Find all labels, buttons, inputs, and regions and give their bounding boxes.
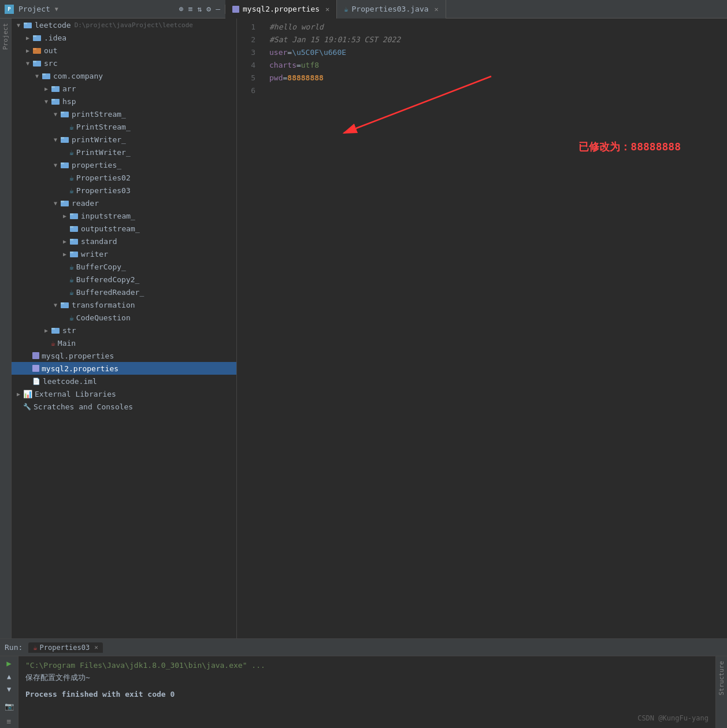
folder-icon-leetcode bbox=[23, 20, 32, 29]
run-tab-icon: ☕ bbox=[33, 644, 37, 652]
tree-label-printwriter-folder: printWriter_ bbox=[72, 135, 126, 144]
tree-item-main-java[interactable]: ▶ ☕ Main bbox=[12, 337, 236, 349]
run-label: Run: bbox=[5, 643, 23, 652]
tree-label-properties-folder: properties_ bbox=[72, 161, 121, 169]
run-sidebar: ▶ ▲ ▼ 📷 ≡ bbox=[0, 656, 18, 728]
tree-label-bufferedcopy2: BufferedCopy2_ bbox=[76, 275, 140, 284]
tree-item-buffercopy[interactable]: ▶ ☕ BufferCopy_ bbox=[12, 260, 236, 273]
tree-arrow-transformation: ▼ bbox=[51, 302, 60, 308]
java-icon-properties03: ☕ bbox=[69, 186, 74, 195]
tree-item-scratches[interactable]: ▶ 🔧 Scratches and Consoles bbox=[12, 400, 236, 413]
svg-rect-1 bbox=[24, 23, 27, 24]
tree-item-leetcode-iml[interactable]: ▶ 📄 leetcode.iml bbox=[12, 375, 236, 387]
tree-label-properties02: Properties02 bbox=[76, 173, 131, 182]
tree-label-outputstream-folder: outputstream_ bbox=[81, 224, 140, 233]
svg-rect-7 bbox=[33, 61, 36, 62]
tree-item-printstream-folder[interactable]: ▼ printStream_ bbox=[12, 108, 236, 120]
tree-item-str-folder[interactable]: ▶ str bbox=[12, 324, 236, 337]
run-play-button[interactable]: ▶ bbox=[3, 659, 15, 668]
tree-label-standard-folder: standard bbox=[81, 237, 117, 246]
tree-item-reader-folder[interactable]: ▼ reader bbox=[12, 197, 236, 209]
tree-item-outputstream-folder[interactable]: ▶ outputstream_ bbox=[12, 222, 236, 235]
tree-item-properties03[interactable]: ▶ ☕ Properties03 bbox=[12, 184, 236, 197]
tree-item-printstream-java[interactable]: ▶ ☕ PrintStream_ bbox=[12, 120, 236, 133]
tree-item-transformation-folder[interactable]: ▼ transformation bbox=[12, 298, 236, 311]
tab-mysql2-properties[interactable]: mysql2.properties ✕ bbox=[225, 0, 337, 20]
java-icon-buffercopy: ☕ bbox=[69, 263, 74, 271]
folder-icon-out bbox=[32, 46, 42, 55]
java-icon-bufferedreader: ☕ bbox=[69, 288, 74, 297]
tree-arrow-leetcode: ▼ bbox=[14, 22, 23, 28]
tree-arrow-arr: ▶ bbox=[42, 86, 51, 92]
tab-properties03-java[interactable]: ☕ Properties03.java ✕ bbox=[337, 0, 446, 20]
run-panel: Run: ☕ Properties03 ✕ ▶ ▲ ▼ 📷 ≡ "C:\Prog… bbox=[0, 638, 727, 728]
tree-item-printwriter-java[interactable]: ▶ ☕ PrintWriter_ bbox=[12, 146, 236, 158]
tree-item-printwriter-folder[interactable]: ▼ printWriter_ bbox=[12, 133, 236, 146]
tree-item-standard-folder[interactable]: ▶ standard bbox=[12, 235, 236, 247]
tab-properties03-close[interactable]: ✕ bbox=[435, 5, 439, 13]
tree-item-arr[interactable]: ▶ arr bbox=[12, 82, 236, 95]
tree-arrow-printwriter: ▼ bbox=[51, 136, 60, 143]
svg-rect-31 bbox=[61, 302, 64, 304]
tree-item-hsp[interactable]: ▼ hsp bbox=[12, 95, 236, 108]
project-label: Project bbox=[18, 5, 50, 13]
java-icon-main: ☕ bbox=[51, 339, 55, 348]
project-dropdown-icon[interactable]: ▼ bbox=[55, 6, 58, 12]
svg-rect-9 bbox=[42, 73, 46, 75]
tree-label-buffercopy: BufferCopy_ bbox=[76, 263, 126, 271]
run-content: ▶ ▲ ▼ 📷 ≡ "C:\Program Files\Java\jdk1.8.… bbox=[0, 656, 727, 728]
annotation-text: 已修改为：88888888 bbox=[578, 140, 681, 154]
toolbar-globe-icon[interactable]: ⊕ bbox=[179, 5, 184, 13]
tree-item-properties-folder[interactable]: ▼ properties_ bbox=[12, 158, 236, 171]
tree-item-bufferedreader[interactable]: ▶ ☕ BufferedReader_ bbox=[12, 286, 236, 298]
toolbar-minimize-icon[interactable]: — bbox=[216, 5, 220, 13]
folder-icon-properties bbox=[60, 160, 69, 169]
tree-item-properties02[interactable]: ▶ ☕ Properties02 bbox=[12, 171, 236, 184]
project-vertical-label[interactable]: Project bbox=[2, 23, 9, 50]
tree-item-codequestion[interactable]: ▶ ☕ CodeQuestion bbox=[12, 311, 236, 324]
run-camera-button[interactable]: 📷 bbox=[3, 701, 15, 711]
project-tree-sidebar[interactable]: ▼ leetcode D:\project\javaProject\leetco… bbox=[12, 19, 237, 638]
tree-item-writer-folder[interactable]: ▶ writer bbox=[12, 247, 236, 260]
tree-label-printstream-java: PrintStream_ bbox=[76, 123, 131, 131]
tree-label-inputstream-folder: inputstream_ bbox=[81, 212, 135, 220]
svg-rect-21 bbox=[61, 201, 64, 202]
tree-item-leetcode[interactable]: ▼ leetcode D:\project\javaProject\leetco… bbox=[12, 19, 236, 31]
tree-item-src[interactable]: ▼ src bbox=[12, 57, 236, 69]
toolbar-sort-icon[interactable]: ⇅ bbox=[198, 5, 202, 13]
tree-item-bufferedcopy2[interactable]: ▶ ☕ BufferedCopy2_ bbox=[12, 273, 236, 286]
tree-item-mysql-properties[interactable]: ▶ mysql.properties bbox=[12, 349, 236, 362]
tree-item-inputstream-folder[interactable]: ▶ inputstream_ bbox=[12, 209, 236, 222]
folder-icon-inputstream bbox=[69, 211, 79, 220]
main-content: Project ▼ leetcode D:\project\javaProjec… bbox=[0, 19, 727, 638]
run-output-line-1: "C:\Program Files\Java\jdk1.8.0_301\bin\… bbox=[25, 660, 709, 672]
run-up-button[interactable]: ▲ bbox=[3, 672, 15, 682]
run-tab-properties03[interactable]: ☕ Properties03 ✕ bbox=[28, 642, 103, 653]
run-list-button[interactable]: ≡ bbox=[3, 716, 15, 726]
tree-label-properties03: Properties03 bbox=[76, 186, 131, 195]
tree-arrow-out: ▶ bbox=[23, 47, 32, 54]
tree-label-src: src bbox=[44, 59, 57, 68]
tree-item-com-company[interactable]: ▼ com.company bbox=[12, 69, 236, 82]
run-down-button[interactable]: ▼ bbox=[3, 685, 15, 694]
folder-icon-hsp bbox=[51, 97, 60, 106]
tree-item-idea[interactable]: ▶ .idea bbox=[12, 31, 236, 44]
structure-label[interactable]: Structure bbox=[718, 661, 725, 696]
tree-label-leetcode-iml: leetcode.iml bbox=[43, 377, 97, 386]
toolbar-gear-icon[interactable]: ⚙ bbox=[206, 5, 211, 13]
tree-item-mysql2-properties[interactable]: ▶ mysql2.properties bbox=[12, 362, 236, 375]
code-line-6 bbox=[269, 84, 722, 97]
svg-rect-15 bbox=[61, 112, 64, 113]
tab-mysql2-close[interactable]: ✕ bbox=[325, 5, 329, 13]
properties-tab-icon bbox=[232, 6, 239, 13]
folder-icon-arr bbox=[51, 84, 60, 93]
tree-item-out[interactable]: ▶ out bbox=[12, 44, 236, 57]
tree-label-hsp: hsp bbox=[62, 97, 76, 106]
svg-rect-5 bbox=[33, 48, 36, 50]
code-content[interactable]: #hello world #Sat Jan 15 19:01:53 CST 20… bbox=[265, 19, 727, 100]
run-tab-close[interactable]: ✕ bbox=[94, 644, 98, 651]
tree-label-writer-folder: writer bbox=[81, 250, 108, 258]
toolbar-list-icon[interactable]: ≡ bbox=[188, 5, 193, 13]
tree-item-external-libraries[interactable]: ▶ 📊 External Libraries bbox=[12, 387, 236, 400]
tree-label-transformation-folder: transformation bbox=[72, 301, 135, 309]
